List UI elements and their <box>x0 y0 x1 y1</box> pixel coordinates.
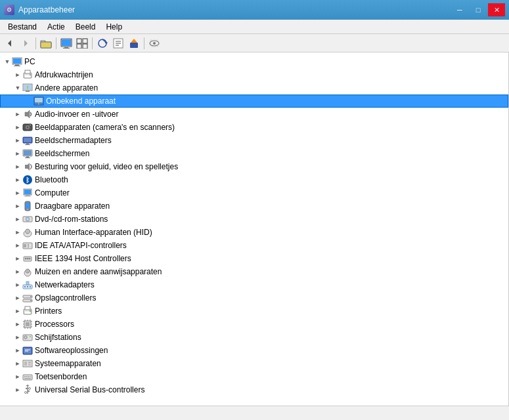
tree-item-hid[interactable]: ► Human Interface-apparaten (HID) <box>0 226 508 239</box>
tree-item-andere[interactable]: ▼ ! Andere apparaten <box>0 81 508 94</box>
svg-rect-91 <box>25 306 30 310</box>
software-label: Softwareoplossingen <box>35 346 108 355</box>
scan-button[interactable] <box>95 36 110 51</box>
properties-button[interactable] <box>111 36 125 51</box>
close-button[interactable]: ✕ <box>488 3 505 16</box>
expand-beeldschermadapters[interactable]: ► <box>13 136 22 145</box>
show-desktop-button[interactable] <box>59 36 74 51</box>
tree-item-beeldschermadapters[interactable]: ► Beeldschermadapters <box>0 134 508 147</box>
tree-item-software[interactable]: ► Softwareoplossingen <box>0 344 508 357</box>
tree-item-afdruk[interactable]: ► Afdrukwachtrijen <box>0 68 508 81</box>
device-tree[interactable]: ▼ PC ► Afdrukw <box>0 52 509 406</box>
forward-button[interactable] <box>18 36 33 51</box>
pc-label: PC <box>24 57 35 66</box>
expand-hid[interactable]: ► <box>13 228 22 237</box>
expand-printers[interactable]: ► <box>13 306 22 316</box>
svg-rect-10 <box>83 39 87 43</box>
tree-item-besturing[interactable]: ► Besturing voor geluid, video en spelle… <box>0 160 508 173</box>
svg-rect-50 <box>26 156 29 158</box>
expand-muizen[interactable]: ► <box>13 267 22 276</box>
expand-dvd[interactable]: ► <box>13 215 22 224</box>
software-icon <box>22 345 33 356</box>
tree-item-pc[interactable]: ▼ PC <box>0 55 508 68</box>
svg-point-64 <box>27 219 28 220</box>
expand-draagbare[interactable]: ► <box>13 201 22 211</box>
bluetooth-label: Bluetooth <box>35 175 68 184</box>
expand-audio[interactable]: ► <box>13 110 22 119</box>
tree-item-toetsenborden[interactable]: ► Toetsenborden <box>0 370 508 383</box>
tree-item-systeemapparaten[interactable]: ► Systeemapparaten <box>0 357 508 370</box>
afdruk-label: Afdrukwachtrijen <box>35 70 93 79</box>
tree-item-draagbare[interactable]: ► Draagbare apparaten <box>0 200 508 213</box>
expand-processors[interactable]: ► <box>13 320 22 329</box>
menu-action[interactable]: Actie <box>42 21 70 33</box>
svg-rect-122 <box>26 376 28 377</box>
tree-item-beeldapp[interactable]: ► Beeldapparaten (camera's en scanners) <box>0 121 508 134</box>
expand-software[interactable]: ► <box>13 346 22 355</box>
printers-label: Printers <box>35 306 62 316</box>
update-button[interactable] <box>127 36 141 51</box>
upfolder-button[interactable] <box>39 36 53 51</box>
menu-help[interactable]: Help <box>100 21 127 33</box>
svg-rect-125 <box>24 378 31 379</box>
expand-netwerk[interactable]: ► <box>13 280 22 289</box>
expand-beeldschermen[interactable]: ► <box>13 149 22 158</box>
tree-item-ieee[interactable]: ► IEEE 1394 Host Controllers <box>0 252 508 265</box>
main-content: ▼ PC ► Afdrukw <box>0 52 509 406</box>
showhidden-button[interactable] <box>147 36 162 51</box>
separator-1 <box>35 37 36 49</box>
tree-item-dvd[interactable]: ► Dvd-/cd-rom-stations <box>0 213 508 226</box>
hid-icon <box>22 227 33 238</box>
svg-rect-43 <box>30 125 31 125</box>
processors-icon <box>22 319 33 329</box>
tree-item-onbekend[interactable]: ► ! Onbekend apparaat <box>0 94 508 108</box>
title-bar: ⚙ Apparaatbeheer ─ □ ✕ <box>0 0 509 20</box>
tree-item-printers[interactable]: ► Printers <box>0 304 508 318</box>
tree-item-bluetooth[interactable]: ► ᛒ Bluetooth <box>0 173 508 186</box>
audio-label: Audio-invoer en -uitvoer <box>35 110 118 119</box>
tree-item-beeldschermen[interactable]: ► Beeldschermen <box>0 147 508 160</box>
onbekend-icon: ! <box>33 96 44 106</box>
expand-opslag[interactable]: ► <box>13 293 22 303</box>
menu-file[interactable]: Bestand <box>3 21 42 33</box>
svg-rect-60 <box>26 203 30 209</box>
svg-rect-4 <box>41 42 51 48</box>
draagbare-icon <box>22 201 33 211</box>
tree-item-audio[interactable]: ► Audio-invoer en -uitvoer <box>0 108 508 121</box>
ieee-icon <box>22 253 33 264</box>
back-button[interactable] <box>3 36 17 51</box>
expand-besturing[interactable]: ► <box>13 162 22 171</box>
expand-button[interactable] <box>75 36 89 51</box>
tree-item-ide[interactable]: ► IDE ATA/ATAPI-controllers <box>0 239 508 252</box>
expand-afdruk[interactable]: ► <box>13 70 22 79</box>
expand-bluetooth[interactable]: ► <box>13 175 22 184</box>
svg-rect-70 <box>28 244 29 245</box>
tree-item-schijfstations[interactable]: ► Schijfstations <box>0 331 508 344</box>
tree-item-usb[interactable]: ► Universal Serial Bus-controllers <box>0 383 508 396</box>
minimize-button[interactable]: ─ <box>451 3 468 16</box>
tree-item-processors[interactable]: ► Proces <box>0 318 508 331</box>
menu-view[interactable]: Beeld <box>70 21 101 33</box>
tree-item-computer[interactable]: ► Computer <box>0 186 508 200</box>
menu-bar: Bestand Actie Beeld Help <box>0 20 509 34</box>
opslag-label: Opslagcontrollers <box>35 293 96 303</box>
svg-point-22 <box>153 42 156 45</box>
expand-ide[interactable]: ► <box>13 241 22 250</box>
expand-computer[interactable]: ► <box>13 188 22 198</box>
expand-andere[interactable]: ▼ <box>13 83 22 93</box>
expand-beeldapp[interactable]: ► <box>13 123 22 132</box>
tree-item-netwerk[interactable]: ► Netwerkadapters <box>0 278 508 291</box>
beeldschermen-icon <box>22 148 33 159</box>
maximize-button[interactable]: □ <box>470 3 487 16</box>
expand-toetsenborden[interactable]: ► <box>13 372 22 381</box>
beeldapp-label: Beeldapparaten (camera's en scanners) <box>35 123 175 132</box>
expand-schijfstations[interactable]: ► <box>13 333 22 342</box>
expand-pc[interactable]: ▼ <box>3 57 12 66</box>
expand-ieee[interactable]: ► <box>13 254 22 263</box>
tree-item-opslag[interactable]: ► Opslagcontrollers <box>0 291 508 304</box>
expand-systeemapparaten[interactable]: ► <box>13 359 22 368</box>
expand-usb[interactable]: ► <box>13 385 22 394</box>
svg-rect-95 <box>26 322 30 326</box>
beeldschermen-label: Beeldschermen <box>35 149 89 158</box>
tree-item-muizen[interactable]: ► Muizen en andere aanwijsapparaten <box>0 265 508 278</box>
